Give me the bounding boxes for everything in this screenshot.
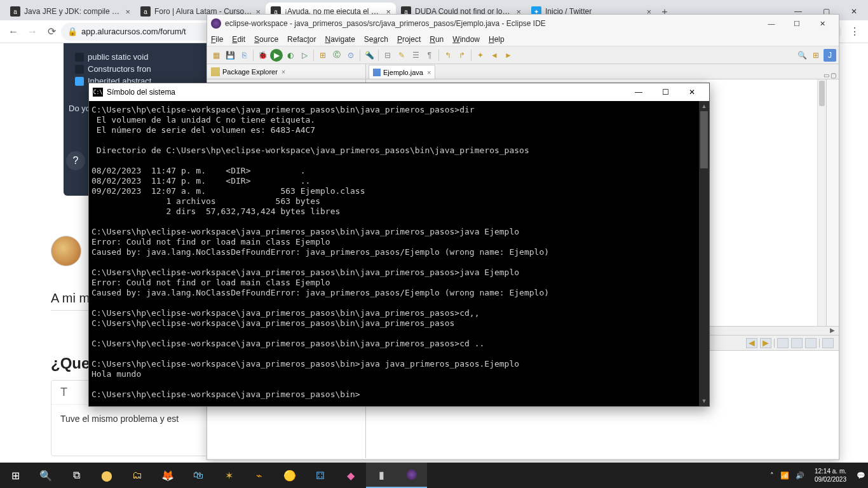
package-explorer-tab[interactable]: Package Explorer × [207,64,365,79]
back-nav-icon[interactable]: ◄ [746,338,757,348]
debug-icon[interactable]: 🐞 [256,49,269,62]
scroll-down-icon[interactable]: ▼ [699,396,709,406]
close-icon[interactable]: × [125,7,130,17]
taskbar-eclipse[interactable] [397,463,427,488]
fwd-history-icon[interactable]: ► [502,49,515,62]
back-history-icon[interactable]: ◄ [488,49,501,62]
menu-file[interactable]: File [211,35,223,44]
forward-button[interactable]: → [23,22,42,41]
window-minimize-button[interactable]: — [759,16,784,31]
menu-help[interactable]: Help [489,35,505,44]
annotation-prev-icon[interactable]: ↰ [442,49,454,62]
task-view-button[interactable]: ⧉ [61,463,92,488]
window-close-button[interactable]: ✕ [840,3,868,20]
menu-icon[interactable] [805,338,817,348]
toggle-breadcrumb-icon[interactable]: ⊟ [381,49,394,62]
toggle-block-icon[interactable]: ☰ [409,49,422,62]
run-icon[interactable]: ▶ [270,49,283,62]
editor-scrollbar[interactable] [817,79,826,326]
menu-window[interactable]: Window [452,35,480,44]
menu-search[interactable]: Search [364,35,388,44]
tray-chevron-up-icon[interactable]: ˄ [770,471,774,480]
menu-run[interactable]: Run [430,35,444,44]
cmd-scrollbar[interactable]: ▲ ▼ [699,101,709,406]
taskbar-sublime[interactable]: ⌁ [244,463,275,488]
menu-navigate[interactable]: Navigate [325,35,355,44]
text-style-icon[interactable]: T [60,386,67,399]
last-edit-icon[interactable]: ✦ [474,49,487,62]
window-close-button[interactable]: ✕ [679,84,705,100]
editor-tab-ejemplo[interactable]: Ejemplo.java × [369,65,435,79]
tab-label: Package Explorer [222,68,278,76]
scroll-up-icon[interactable]: ▲ [699,101,709,111]
checkbox-checked-icon[interactable] [75,77,84,86]
eclipse-titlebar[interactable]: eclipse-workspace - java_primeros_pasos/… [207,15,839,32]
toggle-mark-icon[interactable]: ✎ [395,49,408,62]
cmd-titlebar[interactable]: C:\ Símbolo del sistema — ☐ ✕ [89,83,709,101]
window-close-button[interactable]: ✕ [810,16,835,31]
taskbar-vscode[interactable]: ⚃ [305,463,336,488]
hscroll-right-icon[interactable]: ▶ [830,327,835,335]
annotation-next-icon[interactable]: ↱ [456,49,468,62]
search-icon[interactable]: 🔦 [363,49,376,62]
menu-refactor[interactable]: Refactor [287,35,316,44]
link-icon[interactable] [791,338,803,348]
notifications-icon[interactable]: 💬 [857,471,865,480]
pin-icon[interactable] [777,338,789,348]
show-whitespace-icon[interactable]: ¶ [423,49,436,62]
coverage-icon[interactable]: ◐ [284,49,297,62]
eclipse-title-text: eclipse-workspace - java_primeros_pasos/… [225,19,546,28]
taskbar-app-diamond[interactable]: ◆ [336,463,366,488]
quick-access-icon[interactable]: 🔍 [796,49,808,62]
window-minimize-button[interactable]: — [625,84,652,100]
help-icon[interactable]: ? [66,151,85,170]
url-text: app.aluracursos.com/forum/t [81,27,186,36]
run-last-icon[interactable]: ▷ [298,49,311,62]
new-icon[interactable]: ▦ [210,49,222,62]
chrome-tab-1[interactable]: aJava JRE y JDK: compile y eje× [5,3,135,20]
taskbar-chrome-yellow[interactable]: ⬤ [92,463,122,488]
java-file-icon [373,69,381,76]
taskbar-app-star[interactable]: ✶ [214,463,244,488]
close-icon[interactable]: × [281,68,285,76]
reload-button[interactable]: ⟳ [42,22,61,41]
new-package-icon[interactable]: ⊞ [316,49,329,62]
taskbar-msstore[interactable]: 🛍 [183,463,214,488]
wifi-icon[interactable]: 📶 [780,471,789,480]
window-maximize-button[interactable]: ☐ [652,84,679,100]
minimize-pane-icon[interactable]: ▭ [824,72,829,79]
open-type-icon[interactable]: ⊙ [344,49,357,62]
taskbar-explorer[interactable]: 🗂 [122,463,153,488]
menu-project[interactable]: Project [397,35,421,44]
chk-label: public static void [88,52,148,62]
taskbar-cmd[interactable]: ▮ [366,463,397,488]
tab-label: Ejemplo.java [383,69,423,76]
cmd-output[interactable]: C:\Users\hp\eclipse-workspace\java_prime… [89,101,699,406]
chrome-menu-button[interactable]: ⋮ [845,25,864,37]
start-button[interactable]: ⊞ [0,463,31,488]
taskbar-firefox[interactable]: 🦊 [153,463,183,488]
fwd-nav-icon[interactable]: ► [760,338,771,348]
checkbox-icon[interactable] [75,53,84,62]
new-class-icon[interactable]: Ⓒ [330,49,343,62]
maximize-pane-icon[interactable]: ▢ [831,72,836,79]
save-icon[interactable]: 💾 [224,49,236,62]
restore-icon[interactable] [822,338,834,348]
scroll-thumb[interactable] [700,111,708,168]
user-avatar[interactable] [51,236,81,266]
menu-source[interactable]: Source [254,35,278,44]
back-button[interactable]: ← [4,22,23,41]
volume-icon[interactable]: 🔊 [796,471,804,480]
close-icon[interactable]: × [427,69,431,76]
save-all-icon[interactable]: ⎘ [238,49,250,62]
eclipse-toolbar: ▦ 💾 ⎘ 🐞 ▶ ◐ ▷ ⊞ Ⓒ ⊙ 🔦 ⊟ ✎ ☰ ¶ ↰ ↱ ✦ ◄ ► … [207,46,839,64]
java-perspective-icon[interactable]: J [824,49,836,62]
checkbox-icon[interactable] [75,65,84,74]
system-tray[interactable]: ˄ 📶 🔊 12:14 a. m. 09/02/2023 💬 [768,467,868,484]
taskbar-chrome[interactable]: 🟡 [275,463,305,488]
window-maximize-button[interactable]: ☐ [784,16,810,31]
open-perspective-icon[interactable]: ⊞ [810,49,822,62]
search-button[interactable]: 🔍 [31,463,61,488]
taskbar-clock[interactable]: 12:14 a. m. 09/02/2023 [811,467,850,484]
menu-edit[interactable]: Edit [232,35,245,44]
